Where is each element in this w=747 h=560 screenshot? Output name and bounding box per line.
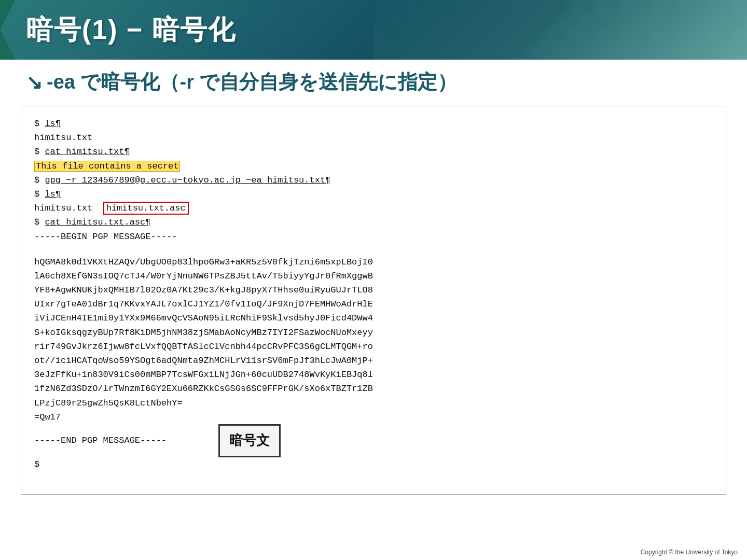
pgp-line-10: 1fzN6Zd3SDzO/lrTWnzmI6GY2EXu66RZKkCsGSGs… [34, 382, 713, 396]
pgp-line-9: 3eJzFfKu+1n830V9iCs00mMBP7TcsWFGxiLNjJGn… [34, 368, 713, 382]
footer: Copyright © the University of Tokyo [641, 549, 738, 556]
pgp-line-3: YF8+AgwKNUKjbxQMHIB7l02Oz0A7Kt29c3/K+kgJ… [34, 283, 713, 297]
pgp-line-6: S+koIGksqgzyBUp7Rf8KiDM5jhNM38zjSMabAoNc… [34, 326, 713, 340]
header: 暗号(1) − 暗号化 [0, 0, 747, 60]
himitsu-asc-box: himitsu.txt.asc [103, 202, 189, 215]
subtitle-bar: ↘ -ea で暗号化（-r で自分自身を送信先に指定） [0, 60, 747, 101]
pgp-line-12: =Qw17 [34, 410, 713, 424]
line-cat-asc: $ cat himitsu.txt.asc¶ [34, 215, 713, 229]
pgp-line-11: LPzjC89r25gwZh5QsK8LctNbehY= [34, 396, 713, 410]
line-ls-output: himitsu.txt himitsu.txt.asc [34, 201, 713, 215]
header-arrow-decoration [0, 0, 16, 60]
pgp-line-7: rir749GvJkrz6Ijww8fcLVxfQQBTfASlcClVcnbh… [34, 340, 713, 354]
subtitle-arrow: ↘ [26, 71, 43, 94]
secret-highlight: This file contains a secret [34, 161, 180, 172]
angoubun-box: 暗号文 [218, 424, 281, 457]
blank-line [34, 244, 713, 255]
ls1-underline: ls¶ [45, 119, 61, 129]
pgp-line-4: UIxr7gTeA01dBr1q7KKvxYAJL7oxlCJ1YZ1/0fv1… [34, 297, 713, 311]
ls2-underline: ls¶ [45, 189, 61, 199]
header-title: 暗号(1) − 暗号化 [26, 12, 236, 48]
line-end-pgp: -----END PGP MESSAGE----- 暗号文 [34, 424, 713, 457]
pgp-line-1: hQGMA8k0d1VKXtHZAQv/UbgUO0p83lhpoGRw3+aK… [34, 255, 713, 269]
line-ls2: $ ls¶ [34, 187, 713, 201]
pgp-line-5: iViJCEnH4IE1mi0y1YXx9M66mvQcVSAoN95iLRcN… [34, 311, 713, 325]
subtitle-text: ↘ -ea で暗号化（-r で自分自身を送信先に指定） [26, 69, 457, 95]
terminal-content: $ ls¶ himitsu.txt $ cat himitsu.txt¶ Thi… [21, 106, 726, 495]
line-begin-pgp: -----BEGIN PGP MESSAGE----- [34, 230, 713, 244]
pgp-line-8: ot//iciHCATqoWso59YSOgt6adQNmta9ZhMCHLrV… [34, 354, 713, 368]
subtitle-label: -ea で暗号化（-r で自分自身を送信先に指定） [47, 69, 457, 95]
line-himitsu: himitsu.txt [34, 131, 713, 145]
end-pgp-text: -----END PGP MESSAGE----- [34, 433, 167, 447]
line-secret: This file contains a secret [34, 159, 713, 173]
line-final-prompt: $ [34, 457, 713, 471]
cat-asc-underline: cat himitsu.txt.asc¶ [45, 217, 150, 227]
footer-copyright: Copyright © the University of Tokyo [641, 549, 738, 556]
cat-himitsu-underline: cat himitsu.txt¶ [45, 147, 129, 157]
pgp-line-2: lA6ch8XEfGN3sIOQ7cTJ4/W0rYjNnuNW6TPsZBJ5… [34, 269, 713, 283]
line-gpg: $ gpg −r 1234567890@g.ecc.u−tokyo.ac.jp … [34, 173, 713, 187]
line-cat-himitsu: $ cat himitsu.txt¶ [34, 145, 713, 159]
gpg-underline: gpg −r 1234567890@g.ecc.u−tokyo.ac.jp −e… [45, 175, 330, 185]
line-ls1: $ ls¶ [34, 117, 713, 131]
